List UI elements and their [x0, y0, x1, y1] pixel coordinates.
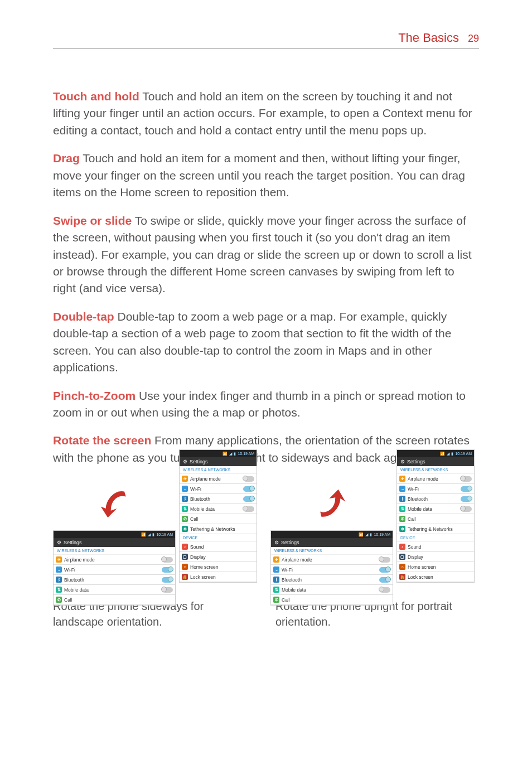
row-mobiledata[interactable]: ⇅Mobile data: [54, 585, 175, 595]
row-display[interactable]: ▢Display: [397, 552, 474, 562]
toggle-airplane[interactable]: [243, 476, 254, 482]
settings-title: Settings: [281, 540, 299, 545]
status-bar: 📶 ◢ ▮ 10:19 AM: [180, 450, 257, 457]
toggle-airplane[interactable]: [379, 557, 390, 563]
row-bluetooth[interactable]: ᛒBluetooth: [271, 575, 393, 585]
toggle-wifi[interactable]: [461, 486, 472, 492]
row-call[interactable]: ✆Call: [397, 514, 474, 524]
settings-landscape-right: 📶 ◢ ▮ 10:19 AM ⚙Settings WIRELESS & NETW…: [270, 530, 393, 606]
wifi-icon: 📶: [359, 532, 364, 537]
wifi-box-icon: ⌵: [399, 486, 405, 492]
status-bar: 📶 ◢ ▮ 10:19 AM: [397, 450, 474, 457]
row-wifi[interactable]: ⌵Wi-Fi: [54, 565, 175, 575]
toggle-bluetooth[interactable]: [461, 496, 472, 502]
label-lockscreen: Lock screen: [190, 574, 216, 580]
airplane-icon: ✈: [399, 476, 405, 482]
gear-icon: ⚙: [57, 540, 61, 545]
toggle-mobiledata[interactable]: [243, 506, 254, 512]
toggle-wifi[interactable]: [379, 567, 390, 573]
row-wifi[interactable]: ⌵Wi-Fi: [271, 565, 393, 575]
para-pinch: Pinch-to-Zoom Use your index finger and …: [53, 388, 479, 422]
row-wifi[interactable]: ⌵Wi-Fi: [180, 484, 257, 494]
row-tethering[interactable]: ⊕Tethering & Networks: [180, 524, 257, 534]
row-mobiledata[interactable]: ⇅Mobile data: [180, 504, 257, 514]
label-bluetooth: Bluetooth: [282, 577, 302, 583]
cat-wireless: WIRELESS & NETWORKS: [180, 466, 257, 474]
toggle-bluetooth[interactable]: [243, 496, 254, 502]
cat-wireless: WIRELESS & NETWORKS: [397, 466, 474, 474]
row-airplane[interactable]: ✈Airplane mode: [180, 474, 257, 484]
mobiledata-icon: ⇅: [56, 587, 62, 593]
label-bluetooth: Bluetooth: [64, 577, 84, 583]
wifi-box-icon: ⌵: [56, 567, 62, 573]
row-call[interactable]: ✆Call: [180, 514, 257, 524]
battery-icon: ▮: [234, 452, 236, 456]
phone-landscape-left: 📶 ◢ ▮ 10:19 AM ⚙ Settings WIRELESS & NET…: [53, 477, 176, 592]
call-icon: ✆: [399, 516, 405, 522]
status-bar: 📶 ◢ ▮ 10:19 AM: [271, 531, 393, 538]
label-bluetooth: Bluetooth: [408, 496, 428, 502]
label-mobiledata: Mobile data: [190, 506, 215, 512]
tethering-icon: ⊕: [182, 526, 188, 532]
row-airplane[interactable]: ✈Airplane mode: [271, 555, 393, 565]
figures-row: 📶 ◢ ▮ 10:19 AM ⚙ Settings WIRELESS & NET…: [53, 477, 479, 592]
wifi-box-icon: ⌵: [273, 567, 279, 573]
settings-header: ⚙Settings: [271, 538, 393, 547]
row-bluetooth[interactable]: ᛒBluetooth: [54, 575, 175, 585]
row-sound[interactable]: ♪Sound: [180, 542, 257, 552]
settings-portrait-right: 📶 ◢ ▮ 10:19 AM ⚙Settings WIRELESS & NETW…: [396, 449, 475, 583]
row-airplane[interactable]: ✈Airplane mode: [397, 474, 474, 484]
mobiledata-icon: ⇅: [399, 506, 405, 512]
row-mobiledata[interactable]: ⇅Mobile data: [271, 585, 393, 595]
toggle-bluetooth[interactable]: [162, 577, 173, 583]
sound-icon: ♪: [182, 544, 188, 550]
status-time: 10:19 AM: [455, 452, 472, 456]
toggle-airplane[interactable]: [162, 557, 173, 563]
label-sound: Sound: [408, 544, 422, 550]
settings-title: Settings: [64, 540, 82, 545]
toggle-wifi[interactable]: [162, 567, 173, 573]
row-call[interactable]: ✆Call: [54, 595, 175, 605]
toggle-mobiledata[interactable]: [162, 587, 173, 593]
row-sound[interactable]: ♪Sound: [397, 542, 474, 552]
home-icon: ⌂: [182, 564, 188, 570]
settings-header: ⚙ Settings: [180, 457, 257, 466]
signal-icon: ◢: [365, 532, 368, 537]
toggle-wifi[interactable]: [243, 486, 254, 492]
term-doubletap: Double-tap: [53, 310, 114, 323]
battery-icon: ▮: [370, 532, 372, 537]
status-time: 10:19 AM: [156, 532, 173, 536]
gear-icon: ⚙: [400, 459, 405, 464]
wifi-icon: 📶: [141, 532, 146, 537]
battery-icon: ▮: [152, 532, 154, 537]
row-mobiledata[interactable]: ⇅Mobile data: [397, 504, 474, 514]
toggle-mobiledata[interactable]: [461, 506, 472, 512]
row-tethering[interactable]: ⊕Tethering & Networks: [397, 524, 474, 534]
toggle-bluetooth[interactable]: [379, 577, 390, 583]
row-bluetooth[interactable]: ᛒBluetooth: [180, 494, 257, 504]
row-call[interactable]: ✆Call: [271, 595, 393, 605]
para-drag: Drag Touch and hold an item for a moment…: [53, 150, 479, 201]
row-airplane[interactable]: ✈Airplane mode: [54, 555, 175, 565]
toggle-airplane[interactable]: [461, 476, 472, 482]
row-lockscreen[interactable]: 🔒Lock screen: [397, 572, 474, 582]
label-airplane: Airplane mode: [282, 557, 312, 563]
figure-group-right: 📶 ◢ ▮ 10:19 AM ⚙Settings WIRELESS & NETW…: [270, 477, 479, 592]
cat-wireless: WIRELESS & NETWORKS: [271, 547, 393, 555]
label-wifi: Wi-Fi: [408, 486, 419, 492]
row-display[interactable]: ▢Display: [180, 552, 257, 562]
row-lockscreen[interactable]: 🔒Lock screen: [180, 572, 257, 582]
row-homescreen[interactable]: ⌂Home screen: [180, 562, 257, 572]
label-wifi: Wi-Fi: [282, 567, 293, 573]
settings-landscape-left: 📶 ◢ ▮ 10:19 AM ⚙ Settings WIRELESS & NET…: [53, 530, 176, 606]
row-wifi[interactable]: ⌵Wi-Fi: [397, 484, 474, 494]
airplane-icon: ✈: [182, 476, 188, 482]
row-homescreen[interactable]: ⌂Home screen: [397, 562, 474, 572]
toggle-mobiledata[interactable]: [379, 587, 390, 593]
battery-icon: ▮: [451, 452, 453, 456]
para-doubletap: Double-tap Double-tap to zoom a web page…: [53, 308, 479, 376]
arrow-down-icon: [53, 477, 176, 530]
row-bluetooth[interactable]: ᛒBluetooth: [397, 494, 474, 504]
bluetooth-icon: ᛒ: [273, 577, 279, 583]
signal-icon: ◢: [229, 452, 232, 456]
